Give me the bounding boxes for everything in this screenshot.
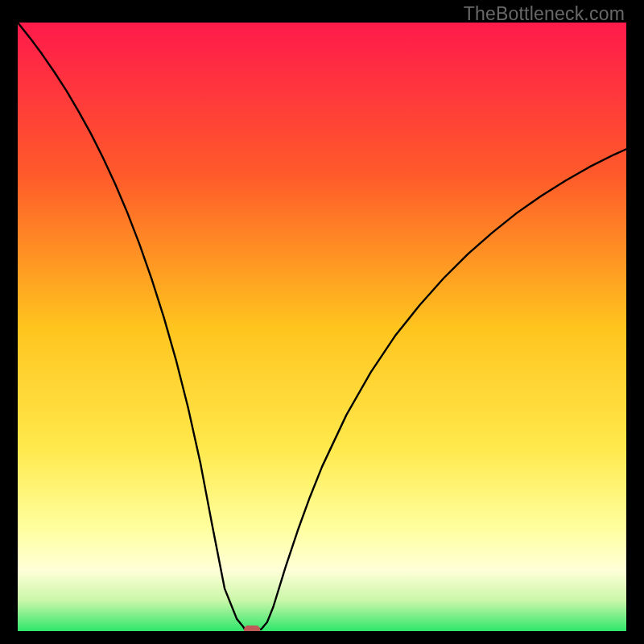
optimal-marker (244, 625, 260, 631)
chart-frame (18, 23, 626, 631)
bottleneck-chart (18, 23, 626, 631)
watermark-text: TheBottleneck.com (464, 3, 625, 25)
gradient-background (18, 23, 626, 631)
